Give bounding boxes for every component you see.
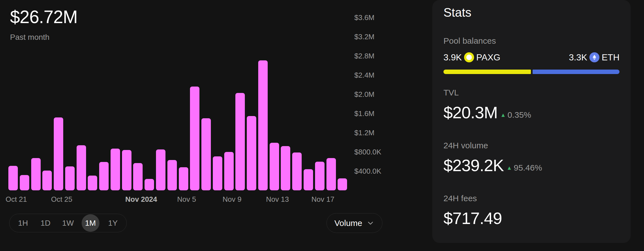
volume-bar[interactable] [338,178,347,190]
chevron-down-icon [366,219,375,227]
y-axis-tick-label: $2.8M [354,51,374,60]
tvl-change: 0.35% [500,110,531,122]
y-axis-tick-label: $2.4M [354,71,374,80]
time-range-1d[interactable]: 1D [36,214,54,232]
paxg-token-icon [464,52,474,62]
stats-title: Stats [443,6,471,19]
y-axis-tick-label: $800.0K [354,147,381,156]
volume-bar[interactable] [42,171,52,190]
pool-stats-page: { "headline": { "value": "$26.72M", "per… [0,0,644,251]
pool-balances-label: Pool balances [443,36,496,46]
paxg-balance-segment [443,70,531,74]
volume-bar[interactable] [145,179,154,190]
y-axis-tick-label: $3.6M [354,13,374,22]
volume-bar[interactable] [224,152,234,190]
time-range-1h[interactable]: 1H [14,214,32,232]
y-axis-tick-label: $1.6M [354,109,374,118]
x-axis-tick-label: Nov 9 [223,195,242,204]
up-arrow-icon [500,112,506,118]
volume-bar[interactable] [99,162,109,190]
token0-amount: 3.9K [443,52,462,63]
token0-symbol: PAXG [476,52,501,63]
volume-bar[interactable] [20,175,29,190]
volume-bar[interactable] [213,156,222,190]
token1-amount: 3.3K [569,52,587,63]
volume-bar[interactable] [304,169,313,190]
volume-bar[interactable] [65,166,75,190]
volume-bar[interactable] [190,87,199,190]
volume-24h-change: 95.46% [507,163,542,175]
fees-24h-label: 24H fees [443,194,477,203]
volume-24h-change-text: 95.46% [514,163,542,173]
volume-bar[interactable] [235,93,245,190]
y-axis-tick-label: $400.0K [354,167,381,176]
volume-bar[interactable] [179,167,188,190]
volume-bar[interactable] [292,152,302,190]
volume-bar[interactable] [315,162,325,191]
volume-bar[interactable] [270,143,279,190]
y-axis-tick-label: $3.2M [354,32,374,41]
tvl-value-row: $20.3M 0.35% [443,104,531,122]
volume-24h-value-row: $239.2K 95.46% [443,156,542,175]
time-range-1y[interactable]: 1Y [104,214,122,232]
volume-bar[interactable] [247,116,256,190]
tvl-change-text: 0.35% [508,110,531,120]
pool-balance-token1: 3.3K ETH [569,52,619,63]
volume-bar[interactable] [258,60,268,190]
volume-bar[interactable] [281,146,290,190]
time-range-selector: 1H1D1W1M1Y [9,214,127,232]
volume-24h-label: 24H volume [443,141,488,150]
pool-balance-token0: 3.9K PAXG [443,52,500,63]
fees-24h-value: $717.49 [443,209,502,228]
volume-bar[interactable] [77,145,86,190]
pool-balance-ratio-bar [443,70,619,74]
metric-dropdown-label: Volume [334,218,362,228]
x-axis-tick-label: Oct 21 [6,195,27,204]
volume-bar[interactable] [111,149,120,190]
y-axis-tick-label: $1.2M [354,128,374,137]
volume-bar[interactable] [122,150,131,190]
volume-24h-value: $239.2K [443,156,504,175]
x-axis-tick-label: Nov 13 [266,195,289,204]
volume-bar[interactable] [31,158,41,190]
up-arrow-icon [507,165,512,171]
y-axis-tick-label: $2.0M [354,90,374,99]
x-axis-tick-label: Nov 5 [177,195,196,204]
tvl-label: TVL [443,88,459,97]
time-range-1m[interactable]: 1M [82,214,99,232]
x-axis-tick-label: Nov 17 [311,195,334,204]
token1-symbol: ETH [602,52,619,63]
time-range-1w[interactable]: 1W [59,214,77,232]
volume-bar[interactable] [8,166,18,190]
volume-bar[interactable] [167,160,177,190]
stats-card: Stats Pool balances 3.9K PAXG 3.3K ETH T… [432,0,631,243]
volume-bar-chart [0,0,351,251]
x-axis-tick-label: Oct 25 [51,195,72,204]
volume-bar[interactable] [326,158,336,190]
fees-24h-value-row: $717.49 [443,209,502,228]
eth-balance-segment [533,70,619,74]
pool-balances-row: 3.9K PAXG 3.3K ETH [443,51,619,63]
eth-token-icon [589,52,599,62]
tvl-value: $20.3M [443,104,497,122]
volume-bar[interactable] [88,176,97,190]
metric-dropdown[interactable]: Volume [326,213,382,233]
x-axis-tick-label: Nov 2024 [125,195,157,204]
volume-bar[interactable] [156,149,165,190]
volume-bar[interactable] [133,163,143,190]
volume-bar[interactable] [54,117,63,190]
volume-bar[interactable] [201,118,211,190]
